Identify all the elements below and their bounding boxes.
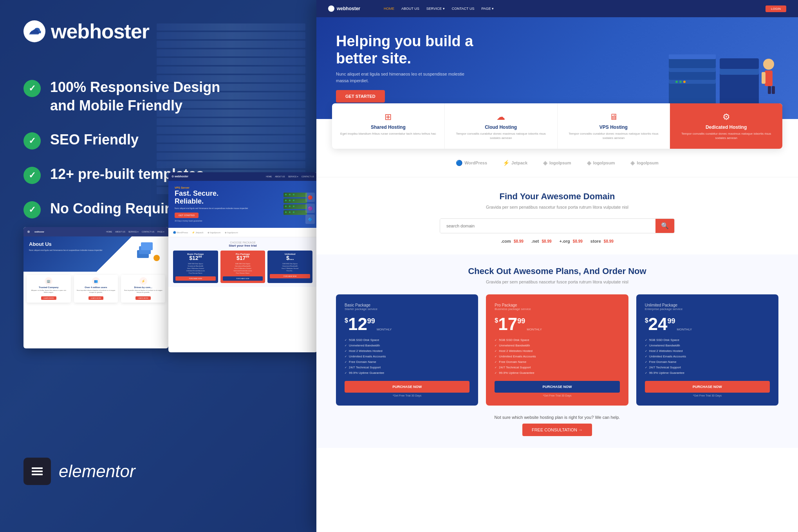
about-card-driven-btn[interactable]: LEARN MORE [135, 296, 150, 300]
ext-store: store $8.99 [590, 239, 614, 243]
elementor-badge: elementor [23, 458, 135, 485]
domain-search-bar[interactable]: 🔍 [440, 218, 675, 233]
vps-pro-btn[interactable]: PURCHASE NOW [223, 276, 263, 281]
svg-rect-24 [772, 86, 775, 94]
about-card-trusted: 🏢 Trusted Company Aliquam mi id ullan la… [27, 275, 71, 303]
svg-rect-15 [720, 58, 759, 69]
ul-plan-sub: Enterprise package service [645, 307, 770, 311]
vps-partner-jet: ⚡ Jetpack [192, 231, 203, 234]
server-block-3 [283, 204, 307, 209]
feature-seo: SEO Friendly [23, 131, 220, 150]
basic-f2: Unmetered Bandwidth [345, 344, 469, 347]
about-nav-home: HOME [106, 231, 112, 233]
basic-f1: 5GB SSD Disk Space [345, 338, 469, 342]
basic-features: 5GB SSD Disk Space Unmetered Bandwidth H… [345, 338, 469, 375]
vps-basic-features: 5GB SSD Disk Space Unmetered Bandwidth H… [175, 263, 216, 274]
vps-plan-pro-price: $1799 [223, 255, 263, 261]
pricing-subtitle: Gravida per sem penatibus nascetur fusce… [336, 279, 778, 285]
svg-rect-13 [720, 72, 759, 107]
check-icon-no-coding [23, 201, 41, 218]
svg-rect-2 [32, 471, 43, 472]
logo3-label: logolpsum [637, 161, 659, 165]
about-nav-contact: CONTACT US [142, 231, 154, 233]
pro-purchase-btn[interactable]: PURCHASE NOW [495, 381, 619, 393]
fedora-icon: 🟣 [305, 204, 315, 213]
logo2-label: logolpsum [593, 161, 615, 165]
main-nav-service[interactable]: SERVICE ▾ [426, 7, 445, 11]
main-login-button[interactable]: LOGIN [766, 5, 786, 12]
dedicated-icon: ⚙ [678, 112, 775, 122]
vps-pro-f5: Free Domain Name [223, 272, 263, 274]
pricing-section: Check Out Awesome Plans, And Order Now G… [316, 254, 798, 448]
basic-dollar: $ [345, 317, 348, 324]
pro-f6: 24/7 Technical Support [495, 366, 619, 369]
ext-org: +.org $8.99 [560, 239, 583, 243]
vps-nav-contact: CONTACT US [302, 175, 314, 178]
main-nav-contact[interactable]: CONTACT US [452, 7, 475, 11]
service-card-shared: ⊞ Shared Hosting Eget inopibu blandium f… [332, 103, 445, 149]
partner-jetpack: ⚡ Jetpack [503, 160, 527, 166]
basic-purchase-btn[interactable]: PURCHASE NOW [345, 381, 469, 393]
main-hero-title: Helping you build a better site. [336, 33, 485, 67]
vps-plan-ul-price: $... [270, 255, 310, 261]
vps-ul-btn[interactable]: PURCHASE NOW [270, 274, 310, 278]
pro-f7: 99.9% Uptime Guarantee [495, 371, 619, 375]
vps-plan-unlimited: Unlimited $... 5GB SSD Disk Space Unmete… [267, 251, 312, 283]
vps-pricing-title: Start your free trial [173, 244, 312, 247]
pricing-title: Check Out Awesome Plans, And Order Now [336, 266, 778, 276]
vps-basic-btn[interactable]: PURCHASE NOW [175, 276, 216, 281]
basic-f6: 24/7 Technical Support [345, 366, 469, 369]
vps-nav-home: HOME [266, 175, 272, 178]
about-card-trusted-btn[interactable]: LEARN MORE [41, 296, 56, 300]
about-card-users-btn[interactable]: LEARN MORE [88, 296, 103, 300]
svg-point-19 [683, 81, 686, 83]
domain-search-button[interactable]: 🔍 [655, 219, 674, 233]
main-nav-about[interactable]: ABOUT US [401, 7, 419, 11]
brand-logo: webhoster [23, 20, 149, 43]
vps-pricing: CHOOSE PACKAGE Start your free trial Bas… [168, 237, 317, 287]
domain-section: Find Your Awesome Domain Gravida per sem… [316, 177, 798, 254]
vps-hero-btn[interactable]: GET STARTED [175, 213, 199, 218]
ul-purchase-btn[interactable]: PURCHASE NOW [645, 381, 770, 393]
about-nav: webhoster HOME ABOUT US SERVICE ▾ CONTAC… [23, 227, 168, 236]
trusted-icon: 🏢 [45, 277, 52, 285]
ul-amount: 24 [648, 316, 668, 333]
wp-label: WordPress [464, 161, 487, 165]
domain-search-input[interactable] [440, 219, 655, 233]
ul-cents: 99 [668, 317, 675, 325]
vps-hero: VPS Server Fast. Secure.Reliable. Nunc a… [168, 181, 317, 228]
windows-icon: 🔷 [305, 215, 315, 224]
pro-plan-name: Pro Package [495, 303, 619, 307]
svg-point-7 [153, 255, 160, 261]
pricing-plan-pro: Pro Package Business package service $ 1… [486, 294, 628, 406]
vps-nav-about: ABOUT US [275, 175, 285, 178]
main-nav: webhoster HOME ABOUT US SERVICE ▾ CONTAC… [316, 0, 798, 17]
main-nav-page[interactable]: PAGE ▾ [481, 7, 494, 11]
vps-plans: Basic Package $1299 5GB SSD Disk Space U… [173, 251, 312, 283]
about-hero: About Us Nunc aliquet erat ligula sed hi… [23, 236, 168, 272]
services-strip: ⊞ Shared Hosting Eget inopibu blandium f… [332, 103, 782, 149]
vps-pro-f1: 5GB SSD Disk Space [223, 263, 263, 265]
ext-net: .net $8.99 [531, 239, 552, 243]
ul-plan-name: Unlimited Package [645, 303, 770, 307]
basic-cents: 99 [367, 317, 375, 325]
main-nav-home[interactable]: HOME [384, 7, 394, 11]
pricing-consultation-btn[interactable]: FREE CONSULTATION → [522, 424, 592, 436]
vps-text: Tempor convallis curabitur donec maximus… [565, 132, 662, 140]
dedicated-text: Tempor convallis curabitur donec maximus… [678, 132, 775, 140]
jet-label: Jetpack [511, 161, 527, 165]
feature-responsive: 100% Responsive Designand Mobile Friendl… [23, 78, 220, 115]
vps-ul-f4: Free Do... [270, 270, 310, 272]
feature-text-no-coding: No Coding Required [50, 200, 186, 218]
pricing-plans: Basic Package Starter package service $ … [336, 294, 778, 406]
check-icon-templates [23, 167, 41, 184]
main-hero-cta[interactable]: GET STARTED [336, 90, 385, 103]
svg-rect-23 [768, 86, 771, 94]
about-card-users-text: Sem imperdiet element dapluis et tincidu… [76, 289, 116, 293]
main-hero-content: Helping you build a better site. Nunc al… [336, 33, 630, 103]
driven-icon: ⚡ [139, 277, 147, 285]
pro-btn-sub: *Get Free Trial 30 Days [495, 394, 619, 397]
vps-nav-brand: ⊙ webhoster [172, 175, 188, 178]
vps-partner-wp: 🔵 WordPress [173, 231, 188, 234]
about-card-driven: ⚡ Driven by com... Sem imperdiet element… [121, 275, 165, 303]
